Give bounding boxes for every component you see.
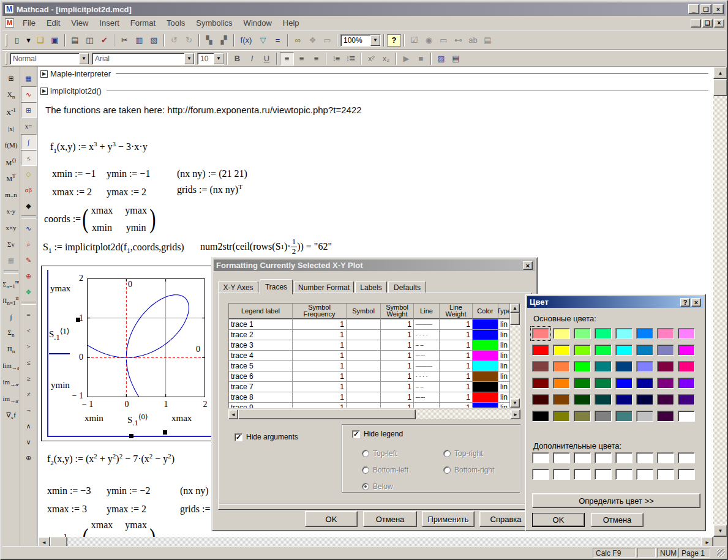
- trace-sym[interactable]: [347, 330, 381, 340]
- color-swatch[interactable]: [595, 411, 612, 422]
- hyperlink-icon[interactable]: ∞: [291, 34, 305, 47]
- scroll-down-icon[interactable]: ▼: [510, 398, 520, 408]
- limit-icon[interactable]: lim→a: [3, 358, 19, 375]
- color-swatch[interactable]: [532, 361, 549, 372]
- summation-icon[interactable]: Σn: [3, 325, 19, 342]
- tab-traces[interactable]: Traces: [260, 279, 293, 294]
- doc-minimize-button[interactable]: _: [691, 19, 701, 28]
- trace-color-swatch[interactable]: [473, 330, 498, 340]
- color-swatch[interactable]: [615, 452, 632, 463]
- color-swatch[interactable]: [553, 411, 570, 422]
- trace-type[interactable]: lin: [498, 382, 510, 392]
- close-icon[interactable]: ×: [523, 261, 533, 270]
- trace-num[interactable]: 1: [440, 392, 473, 402]
- xy-plot-icon[interactable]: ∿: [21, 220, 37, 236]
- trace-color-swatch[interactable]: [473, 351, 498, 360]
- scroll-left-icon[interactable]: ◄: [228, 409, 238, 419]
- size-combo[interactable]: 10 ▼: [197, 53, 224, 65]
- radio-control-icon[interactable]: ◉: [422, 34, 436, 47]
- trace-line-style[interactable]: ———: [414, 361, 440, 371]
- table-row[interactable]: trace 911———1lin: [229, 403, 520, 408]
- trace-label[interactable]: trace 2: [229, 330, 293, 340]
- color-swatch[interactable]: [636, 345, 653, 356]
- color-swatch[interactable]: [574, 411, 591, 422]
- trace-label[interactable]: trace 5: [229, 361, 293, 371]
- toolbar-grip-2[interactable]: [6, 53, 7, 65]
- menu-edit[interactable]: Edit: [41, 17, 66, 29]
- checkbox-control-icon[interactable]: ☑: [407, 34, 421, 47]
- trace-num[interactable]: 1: [381, 361, 414, 371]
- matrix-palette-icon[interactable]: ⊞: [21, 102, 37, 118]
- plot-ymin-label[interactable]: ymin: [51, 380, 70, 390]
- xy-plot-region[interactable]: ymax S.1⟨1⟩ ymin 210− 1 − 1012 xmin S.1⟨…: [41, 266, 215, 441]
- color-swatch[interactable]: [595, 452, 612, 463]
- subscript-icon[interactable]: Xn: [3, 87, 19, 103]
- trace-num[interactable]: 1: [293, 382, 347, 392]
- bool-neq-icon[interactable]: ≠: [21, 386, 37, 402]
- cross-product-icon[interactable]: x×y: [3, 219, 19, 236]
- insert-function-icon[interactable]: f(x): [237, 34, 255, 47]
- transpose-icon[interactable]: MT: [3, 170, 19, 186]
- print-preview-icon[interactable]: ◫: [83, 34, 97, 47]
- close-icon[interactable]: ×: [691, 298, 701, 307]
- menu-window[interactable]: Window: [238, 17, 277, 29]
- trace-label[interactable]: trace 1: [229, 319, 293, 329]
- trace-line-style[interactable]: – –: [414, 340, 440, 350]
- summation-limits-icon[interactable]: Σn=1m: [3, 275, 19, 292]
- color-swatch[interactable]: [574, 394, 591, 405]
- open-icon[interactable]: ❏: [33, 34, 47, 47]
- math-region-s1[interactable]: S1 := implicitplot2d(f1,coords,grids): [43, 242, 184, 254]
- trace-num[interactable]: 1: [440, 403, 473, 408]
- color-swatch[interactable]: [553, 328, 570, 339]
- math-region-f2[interactable]: f2(x,y) := (x2 + y2)2 − 7·(x2 − y2): [47, 452, 174, 466]
- doc-close-button[interactable]: ×: [714, 19, 724, 28]
- close-button[interactable]: ×: [713, 4, 724, 14]
- new-document-icon[interactable]: ▯: [10, 34, 24, 47]
- zoom-plot-icon[interactable]: ⌕: [21, 236, 37, 252]
- textbox-control-icon[interactable]: ab: [466, 34, 480, 47]
- color-swatch[interactable]: [532, 378, 549, 389]
- trace-num[interactable]: 1: [293, 403, 347, 408]
- scroll-thumb[interactable]: [238, 409, 416, 419]
- trace-color-swatch[interactable]: [473, 361, 498, 371]
- math-region-nxny1[interactable]: (nx ny) := (21 21): [177, 168, 247, 179]
- bool-less-icon[interactable]: <: [21, 323, 37, 338]
- document-icon[interactable]: M: [5, 18, 14, 28]
- table-row[interactable]: trace 511———1lin: [229, 361, 520, 371]
- scroll-thumb[interactable]: [510, 313, 520, 325]
- expand-region-icon[interactable]: ▶: [40, 70, 48, 78]
- trace-sym[interactable]: [347, 392, 381, 402]
- insert-unit-icon[interactable]: ▽: [256, 34, 270, 47]
- stop-icon[interactable]: ■: [414, 52, 428, 65]
- color-swatch[interactable]: [678, 469, 695, 480]
- color-swatch[interactable]: [553, 378, 570, 389]
- trace-line-style[interactable]: – –: [414, 382, 440, 392]
- color-swatch[interactable]: [615, 378, 632, 389]
- color-swatch[interactable]: [574, 378, 591, 389]
- color-swatch[interactable]: [532, 469, 549, 480]
- cut-icon[interactable]: ✂: [118, 34, 132, 47]
- redo-icon[interactable]: ↻: [182, 34, 196, 47]
- color-swatch[interactable]: [678, 361, 695, 372]
- menu-view[interactable]: View: [66, 17, 94, 29]
- selection-handle[interactable]: [76, 318, 80, 322]
- table-row[interactable]: trace 711– –1lin: [229, 382, 520, 392]
- color-swatch[interactable]: [574, 361, 591, 372]
- color-swatch[interactable]: [657, 345, 674, 356]
- color-swatch[interactable]: [532, 345, 549, 356]
- new-dropdown-icon[interactable]: ▾: [24, 34, 32, 47]
- range-icon[interactable]: m..n: [3, 186, 19, 203]
- trace-num[interactable]: 1: [293, 330, 347, 340]
- page-setup-icon[interactable]: ▤: [449, 52, 463, 65]
- trace-plot-icon[interactable]: ✎: [21, 252, 37, 268]
- scroll-track[interactable]: [713, 79, 727, 525]
- table-vscrollbar[interactable]: ▲ ▼: [510, 304, 520, 408]
- trace-type[interactable]: lin: [498, 351, 510, 360]
- color-swatch[interactable]: [678, 411, 695, 422]
- color-swatch[interactable]: [553, 469, 570, 480]
- programming-palette-icon[interactable]: ◇: [21, 166, 37, 182]
- color-swatch[interactable]: [574, 328, 591, 339]
- selection-handle[interactable]: [129, 434, 133, 438]
- color-swatch[interactable]: [615, 328, 632, 339]
- italic-icon[interactable]: I: [245, 52, 259, 65]
